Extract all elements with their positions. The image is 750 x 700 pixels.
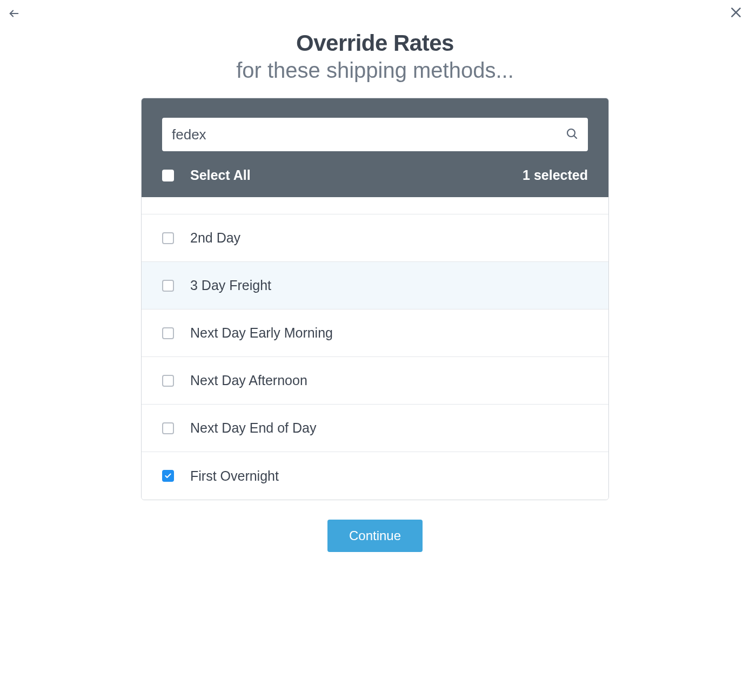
shipping-methods-list[interactable]: Ground2nd Day3 Day FreightNext Day Early…: [142, 197, 608, 500]
row-checkbox[interactable]: [162, 327, 174, 339]
row-label: Next Day End of Day: [190, 420, 316, 436]
row-checkbox[interactable]: [162, 280, 174, 292]
back-button[interactable]: [6, 6, 22, 22]
list-item[interactable]: Next Day End of Day: [142, 405, 608, 452]
continue-button[interactable]: Continue: [327, 520, 423, 552]
page-subtitle: for these shipping methods...: [0, 58, 750, 83]
list-item[interactable]: First Overnight: [142, 452, 608, 500]
svg-line-4: [574, 136, 577, 138]
row-label: 2nd Day: [190, 230, 240, 246]
list-item[interactable]: 3 Day Freight: [142, 262, 608, 309]
panel-header: Select All 1 selected: [142, 98, 608, 197]
close-button[interactable]: [727, 4, 745, 22]
arrow-left-icon: [8, 8, 20, 21]
select-all-label: Select All: [190, 167, 523, 183]
search-input[interactable]: [162, 118, 588, 151]
row-checkbox[interactable]: [162, 470, 174, 482]
row-checkbox[interactable]: [162, 422, 174, 434]
list-item[interactable]: Next Day Afternoon: [142, 357, 608, 405]
selected-count: 1 selected: [523, 167, 588, 183]
methods-picker-panel: Select All 1 selected Ground2nd Day3 Day…: [141, 98, 609, 500]
row-checkbox[interactable]: [162, 232, 174, 244]
row-label: Next Day Early Morning: [190, 325, 333, 341]
page-title: Override Rates: [0, 30, 750, 56]
list-item[interactable]: Ground: [142, 197, 608, 214]
row-label: Ground: [190, 197, 235, 198]
row-checkbox[interactable]: [162, 375, 174, 387]
row-label: Next Day Afternoon: [190, 373, 307, 388]
select-all-checkbox[interactable]: [162, 170, 174, 181]
list-item[interactable]: Next Day Early Morning: [142, 309, 608, 357]
modal-header: Override Rates for these shipping method…: [0, 0, 750, 83]
search-icon: [565, 127, 578, 142]
row-label: First Overnight: [190, 468, 279, 484]
search-field: [162, 118, 588, 151]
select-all-row: Select All 1 selected: [162, 167, 588, 183]
row-label: 3 Day Freight: [190, 278, 271, 293]
list-item[interactable]: 2nd Day: [142, 214, 608, 262]
close-icon: [729, 5, 743, 21]
